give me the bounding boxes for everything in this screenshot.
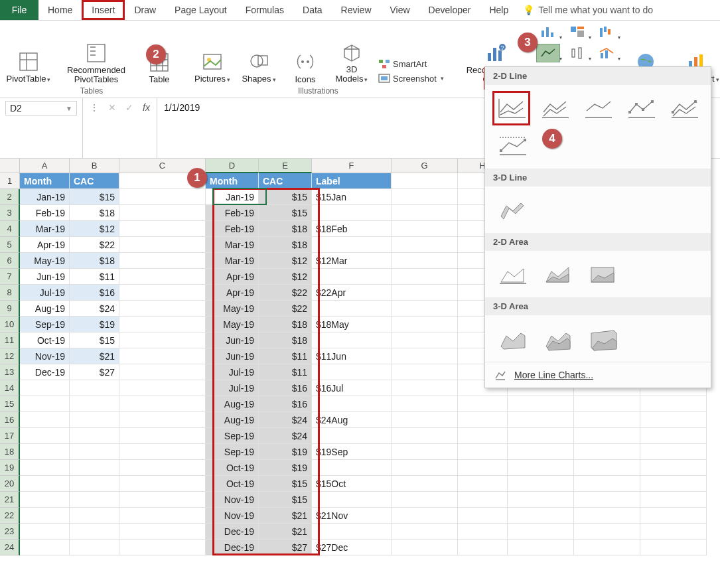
cell-G14[interactable]	[392, 380, 458, 396]
cell-C19[interactable]	[119, 460, 206, 476]
cell-C7[interactable]	[119, 269, 206, 285]
row-header-2[interactable]: 2	[0, 189, 20, 205]
row-header-1[interactable]: 1	[0, 173, 20, 189]
cell-B4[interactable]: $12	[70, 221, 119, 237]
cell-B1[interactable]: CAC	[70, 173, 119, 189]
chart-line-100-stacked[interactable]	[582, 94, 613, 122]
cell-G22[interactable]	[392, 508, 458, 524]
row-header-23[interactable]: 23	[0, 524, 20, 540]
insert-column-chart-button[interactable]	[536, 22, 561, 42]
cell-J19[interactable]	[574, 460, 640, 476]
cell-B8[interactable]: $16	[70, 285, 119, 301]
cell-I23[interactable]	[508, 524, 574, 540]
cell-G7[interactable]	[392, 269, 458, 285]
smartart-button[interactable]: SmartArt	[378, 58, 444, 70]
cell-B18[interactable]	[70, 444, 119, 460]
cell-B20[interactable]	[70, 476, 119, 492]
cell-F8[interactable]: $22Apr	[312, 285, 392, 301]
cell-C14[interactable]	[119, 380, 206, 396]
cell-J23[interactable]	[574, 524, 640, 540]
cell-I19[interactable]	[508, 460, 574, 476]
cell-B14[interactable]	[70, 380, 119, 396]
icons-button[interactable]: Icons	[285, 51, 325, 84]
cell-K21[interactable]	[640, 492, 707, 508]
cell-G4[interactable]	[392, 221, 458, 237]
cell-G16[interactable]	[392, 412, 458, 428]
cell-J24[interactable]	[574, 540, 640, 555]
cell-E9[interactable]: $22	[259, 301, 312, 317]
cell-G12[interactable]	[392, 348, 458, 364]
row-header-7[interactable]: 7	[0, 269, 20, 285]
cell-H16[interactable]	[458, 412, 508, 428]
chart-area-100-stacked[interactable]	[586, 260, 619, 288]
cell-B7[interactable]: $11	[70, 269, 119, 285]
cell-A23[interactable]	[20, 524, 70, 540]
cell-E15[interactable]: $16	[259, 396, 312, 412]
cell-B16[interactable]	[70, 412, 119, 428]
cell-H17[interactable]	[458, 428, 508, 444]
cell-F7[interactable]	[312, 269, 392, 285]
row-header-6[interactable]: 6	[0, 253, 20, 269]
cell-C4[interactable]	[119, 221, 206, 237]
cell-A24[interactable]	[20, 540, 70, 555]
name-box-dropdown-icon[interactable]: ▼	[66, 105, 72, 112]
tab-page-layout[interactable]: Page Layout	[165, 0, 236, 20]
cell-K22[interactable]	[640, 508, 707, 524]
cell-G23[interactable]	[392, 524, 458, 540]
cell-H23[interactable]	[458, 524, 508, 540]
chart-line-100-stacked-markers[interactable]	[496, 131, 529, 159]
tab-view[interactable]: View	[381, 0, 419, 20]
cell-E1[interactable]: CAC	[259, 173, 312, 189]
row-header-18[interactable]: 18	[0, 444, 20, 460]
cell-E6[interactable]: $12	[259, 253, 312, 269]
cell-F22[interactable]: $21Nov	[312, 508, 392, 524]
tab-draw[interactable]: Draw	[125, 0, 165, 20]
cell-E7[interactable]: $12	[259, 269, 312, 285]
cell-I17[interactable]	[508, 428, 574, 444]
cell-A3[interactable]: Feb-19	[20, 205, 70, 221]
cell-F21[interactable]	[312, 492, 392, 508]
row-header-10[interactable]: 10	[0, 317, 20, 332]
cell-C16[interactable]	[119, 412, 206, 428]
cell-C5[interactable]	[119, 237, 206, 253]
fx-icon[interactable]: fx	[143, 102, 150, 113]
cell-F20[interactable]: $15Oct	[312, 476, 392, 492]
cell-B6[interactable]: $18	[70, 253, 119, 269]
pivottable-button[interactable]: PivotTable	[4, 50, 53, 84]
cell-G6[interactable]	[392, 253, 458, 269]
cell-B3[interactable]: $18	[70, 205, 119, 221]
row-header-13[interactable]: 13	[0, 364, 20, 380]
cell-F15[interactable]	[312, 396, 392, 412]
cell-G15[interactable]	[392, 396, 458, 412]
cell-C15[interactable]	[119, 396, 206, 412]
cell-J22[interactable]	[574, 508, 640, 524]
cell-A2[interactable]: Jan-19	[20, 189, 70, 205]
cell-F1[interactable]: Label	[312, 173, 392, 189]
insert-hierarchy-chart-button[interactable]	[565, 22, 590, 42]
cell-G1[interactable]	[392, 173, 458, 189]
cell-C22[interactable]	[119, 508, 206, 524]
insert-line-chart-button[interactable]	[536, 43, 561, 63]
cell-B2[interactable]: $15	[70, 189, 119, 205]
cell-E11[interactable]: $18	[259, 332, 312, 348]
cell-D5[interactable]: Mar-19	[206, 237, 259, 253]
cell-E22[interactable]: $21	[259, 508, 312, 524]
cell-F6[interactable]: $12Mar	[312, 253, 392, 269]
cell-K23[interactable]	[640, 524, 707, 540]
tab-insert[interactable]: Insert	[82, 0, 125, 20]
cell-E10[interactable]: $18	[259, 317, 312, 332]
cell-B13[interactable]: $27	[70, 364, 119, 380]
cell-C11[interactable]	[119, 332, 206, 348]
cell-E23[interactable]: $21	[259, 524, 312, 540]
cell-F14[interactable]: $16Jul	[312, 380, 392, 396]
cell-E2[interactable]: $15	[259, 189, 312, 205]
cell-H15[interactable]	[458, 396, 508, 412]
tab-data[interactable]: Data	[293, 0, 332, 20]
cell-F12[interactable]: $11Jun	[312, 348, 392, 364]
cell-D15[interactable]: Aug-19	[206, 396, 259, 412]
cell-D10[interactable]: May-19	[206, 317, 259, 332]
cell-D18[interactable]: Sep-19	[206, 444, 259, 460]
cell-E13[interactable]: $11	[259, 364, 312, 380]
cell-F23[interactable]	[312, 524, 392, 540]
cell-D4[interactable]: Feb-19	[206, 221, 259, 237]
